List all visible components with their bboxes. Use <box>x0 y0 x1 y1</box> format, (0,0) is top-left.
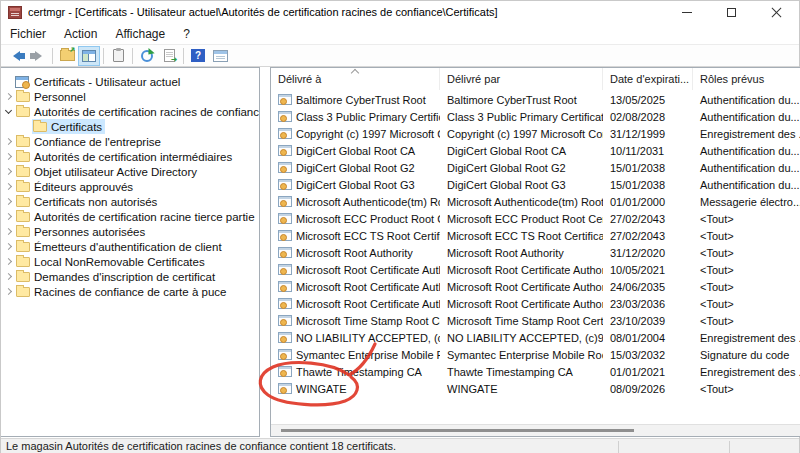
tree-item[interactable]: Autorités de certification intermédiaire… <box>1 149 259 164</box>
certificate-icon <box>278 213 292 224</box>
properties-button[interactable] <box>107 46 129 66</box>
tree-item[interactable]: Racines de confiance de carte à puce <box>1 284 259 299</box>
chevron-right-icon[interactable] <box>1 94 15 99</box>
table-row[interactable]: Microsoft ECC TS Root Certifica...Micros… <box>271 227 800 244</box>
refresh-button[interactable] <box>136 46 158 66</box>
list-header: Délivré àDélivré parDate d'expirati...Rô… <box>271 68 800 90</box>
cell-text: DigiCert Global Root CA <box>447 145 566 157</box>
table-row[interactable]: Symantec Enterprise Mobile Ro...Symantec… <box>271 346 800 363</box>
tree-item[interactable]: Personnes autorisées <box>1 224 259 239</box>
cell-text: DigiCert Global Root CA <box>296 145 415 157</box>
menu-action[interactable]: Action <box>55 25 106 43</box>
up-one-level-button[interactable] <box>56 46 78 66</box>
tree-item[interactable]: Objet utilisateur Active Directory <box>1 164 259 179</box>
table-row[interactable]: Microsoft Root Certificate Auth...Micros… <box>271 295 800 312</box>
show-hide-console-tree-button[interactable] <box>78 46 100 66</box>
folder-icon <box>16 257 30 267</box>
tree-item[interactable]: Demandes d'inscription de certificat <box>1 269 259 284</box>
table-row[interactable]: NO LIABILITY ACCEPTED, (c)97 ...NO LIABI… <box>271 329 800 346</box>
context-help-button[interactable] <box>209 46 231 66</box>
cell-text: Authentification du... <box>700 145 800 157</box>
cell: 27/02/2043 <box>603 230 693 242</box>
chevron-right-icon[interactable] <box>1 169 15 174</box>
tree-item[interactable]: Autorités de certification racines de co… <box>1 104 259 119</box>
chevron-right-icon[interactable] <box>1 184 15 189</box>
close-button[interactable] <box>754 1 799 23</box>
refresh-icon <box>141 50 153 62</box>
cell-text: Class 3 Public Primary Certificatio... <box>447 111 603 123</box>
table-row[interactable]: Class 3 Public Primary Certificat...Clas… <box>271 108 800 125</box>
folder-icon <box>16 212 30 222</box>
column-header[interactable]: Délivré par <box>440 68 603 90</box>
minimize-button[interactable] <box>664 1 709 23</box>
tree-item[interactable]: Autorités de certification racine tierce… <box>1 209 259 224</box>
cell: Microsoft Time Stamp Root Cer... <box>271 315 440 327</box>
cell: <Tout> <box>693 383 800 395</box>
chevron-right-icon[interactable] <box>1 259 15 264</box>
tree-item[interactable]: Certificats <box>1 119 259 134</box>
cell-text: <Tout> <box>700 298 734 310</box>
column-header[interactable]: Rôles prévus <box>693 68 800 90</box>
cell: <Tout> <box>693 281 800 293</box>
back-button[interactable] <box>5 46 27 66</box>
chevron-down-icon[interactable] <box>1 110 15 113</box>
table-row[interactable]: Microsoft Root Certificate Auth...Micros… <box>271 261 800 278</box>
tree-item[interactable]: Émetteurs d'authentification de client <box>1 239 259 254</box>
table-row[interactable]: Microsoft ECC Product Root Ce...Microsof… <box>271 210 800 227</box>
cell: Signature du code <box>693 349 800 361</box>
cell-text: Microsoft Root Authority <box>296 247 413 259</box>
export-list-button[interactable] <box>158 46 180 66</box>
tree-item[interactable]: Local NonRemovable Certificates <box>1 254 259 269</box>
chevron-right-icon[interactable] <box>1 199 15 204</box>
chevron-right-icon[interactable] <box>1 214 15 219</box>
tree-items: PersonnelAutorités de certification raci… <box>1 89 259 299</box>
tree-item[interactable]: Confiance de l'entreprise <box>1 134 259 149</box>
cell-text: Enregistrement des ... <box>700 366 800 378</box>
certificate-icon <box>278 179 292 190</box>
cell-text: <Tout> <box>700 264 734 276</box>
table-row[interactable]: Thawte Timestamping CAThawte Timestampin… <box>271 363 800 380</box>
tree-item[interactable]: Éditeurs approuvés <box>1 179 259 194</box>
horizontal-scrollbar-thumb[interactable] <box>281 429 634 432</box>
cell: Microsoft Time Stamp Root Certif... <box>440 315 603 327</box>
chevron-right-icon[interactable] <box>1 244 15 249</box>
table-row[interactable]: DigiCert Global Root G3DigiCert Global R… <box>271 176 800 193</box>
cell-text: 27/02/2043 <box>610 230 665 242</box>
table-row[interactable]: Microsoft Root AuthorityMicrosoft Root A… <box>271 244 800 261</box>
chevron-right-icon[interactable] <box>1 229 15 234</box>
table-row[interactable]: DigiCert Global Root G2DigiCert Global R… <box>271 159 800 176</box>
horizontal-scrollbar[interactable] <box>271 424 800 436</box>
tree-item[interactable]: Certificats non autorisés <box>1 194 259 209</box>
chevron-right-icon[interactable] <box>1 154 15 159</box>
cell-text: Microsoft ECC Product Root Ce... <box>296 213 440 225</box>
table-row[interactable]: Copyright (c) 1997 Microsoft C...Copyrig… <box>271 125 800 142</box>
table-row[interactable]: Baltimore CyberTrust RootBaltimore Cyber… <box>271 91 800 108</box>
table-row[interactable]: WINGATEWINGATE08/09/2026<Tout> <box>271 380 800 397</box>
cell: DigiCert Global Root CA <box>440 145 603 157</box>
table-row[interactable]: Microsoft Time Stamp Root Cer...Microsof… <box>271 312 800 329</box>
certificate-icon <box>278 366 292 377</box>
table-row[interactable]: DigiCert Global Root CADigiCert Global R… <box>271 142 800 159</box>
cell: 24/06/2035 <box>603 281 693 293</box>
forward-button[interactable] <box>27 46 49 66</box>
menu-fichier[interactable]: Fichier <box>1 25 55 43</box>
table-row[interactable]: Microsoft Root Certificate Auth...Micros… <box>271 278 800 295</box>
menu-affichage[interactable]: Affichage <box>106 25 174 43</box>
tree-root[interactable]: Certificats - Utilisateur actuel <box>1 74 259 89</box>
folder-icon <box>16 92 30 102</box>
cell: 23/03/2036 <box>603 298 693 310</box>
menu-help[interactable]: ? <box>174 25 199 43</box>
cell: Microsoft Root Authority <box>440 247 603 259</box>
chevron-right-icon[interactable] <box>1 139 15 144</box>
maximize-button[interactable] <box>709 1 754 23</box>
cell: Class 3 Public Primary Certificatio... <box>440 111 603 123</box>
tree-item[interactable]: Personnel <box>1 89 259 104</box>
column-header[interactable]: Date d'expirati... <box>603 68 693 90</box>
chevron-right-icon[interactable] <box>1 289 15 294</box>
table-row[interactable]: Microsoft Authenticode(tm) Ro...Microsof… <box>271 193 800 210</box>
chevron-right-icon[interactable] <box>1 274 15 279</box>
titlebar: certmgr - [Certificats - Utilisateur act… <box>1 1 799 23</box>
cell: 15/01/2038 <box>603 162 693 174</box>
help-button[interactable]: ? <box>187 46 209 66</box>
window-controls <box>664 1 799 23</box>
